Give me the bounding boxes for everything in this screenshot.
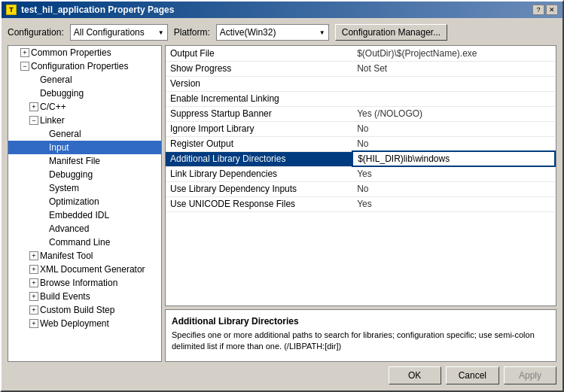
- title-bar: T test_hil_application Property Pages ? …: [2, 2, 562, 18]
- main-split: +Common Properties−Configuration Propert…: [8, 45, 556, 362]
- tree-item-build-events[interactable]: +Build Events: [8, 290, 161, 303]
- tree-item-label: Optimization: [49, 196, 99, 207]
- tree-item-label: Web Deployment: [40, 318, 109, 329]
- property-name: Register Output: [166, 136, 352, 151]
- title-buttons: ? ✕: [532, 5, 558, 15]
- tree-item-browse-info[interactable]: +Browse Information: [8, 276, 161, 290]
- tree-item-general[interactable]: General: [8, 73, 161, 87]
- tree-item-label: Common Properties: [31, 47, 111, 58]
- property-value: $(HIL_DIR)lib\windows: [352, 151, 555, 166]
- platform-label: Platform:: [174, 27, 210, 38]
- property-value: $(OutDir)\$(ProjectName).exe: [352, 46, 555, 61]
- window-icon: T: [6, 5, 17, 15]
- tree-item-xml-doc[interactable]: +XML Document Generator: [8, 263, 161, 276]
- tree-panel: +Common Properties−Configuration Propert…: [8, 45, 162, 362]
- property-row[interactable]: Suppress Startup BannerYes (/NOLOGO): [166, 106, 555, 121]
- properties-table: Output File$(OutDir)\$(ProjectName).exeS…: [165, 45, 556, 306]
- tree-item-label: Build Events: [40, 291, 90, 302]
- property-name: Suppress Startup Banner: [166, 106, 352, 121]
- property-pages-window: T test_hil_application Property Pages ? …: [0, 0, 564, 392]
- tree-item-linker-embedded[interactable]: Embedded IDL: [8, 208, 161, 222]
- tree-item-label: Configuration Properties: [31, 61, 128, 71]
- tree-item-linker[interactable]: −Linker: [8, 114, 161, 127]
- config-label: Configuration:: [8, 27, 64, 38]
- tree-item-linker-general[interactable]: General: [8, 127, 161, 141]
- tree-item-label: System: [49, 183, 79, 193]
- tree-item-common-props[interactable]: +Common Properties: [8, 46, 161, 59]
- property-value: [352, 76, 555, 91]
- chevron-down-icon: ▼: [158, 29, 164, 36]
- expand-icon[interactable]: +: [29, 265, 38, 274]
- property-name: Show Progress: [166, 61, 352, 76]
- platform-dropdown[interactable]: Active(Win32) ▼: [216, 24, 329, 41]
- configuration-dropdown[interactable]: All Configurations ▼: [70, 24, 168, 41]
- property-name: Output File: [166, 46, 352, 61]
- property-row[interactable]: Ignore Import LibraryNo: [166, 121, 555, 136]
- tree-item-label: Custom Build Step: [40, 305, 114, 315]
- tree-item-config-props[interactable]: −Configuration Properties: [8, 59, 161, 73]
- property-row[interactable]: Additional Library Directories$(HIL_DIR)…: [166, 151, 555, 166]
- platform-value: Active(Win32): [220, 27, 276, 38]
- property-value: Not Set: [352, 61, 555, 76]
- tree-item-label: Advanced: [49, 223, 89, 234]
- right-panel: Output File$(OutDir)\$(ProjectName).exeS…: [165, 45, 556, 362]
- cancel-button[interactable]: Cancel: [446, 366, 499, 384]
- expand-icon[interactable]: +: [20, 48, 29, 57]
- tree-item-manifest-tool[interactable]: +Manifest Tool: [8, 249, 161, 263]
- property-row[interactable]: Register OutputNo: [166, 136, 555, 151]
- tree-item-debugging[interactable]: Debugging: [8, 87, 161, 100]
- property-row[interactable]: Output File$(OutDir)\$(ProjectName).exe: [166, 46, 555, 61]
- tree-item-linker-opt[interactable]: Optimization: [8, 195, 161, 208]
- tree-item-label: Input: [49, 142, 69, 153]
- property-name: Link Library Dependencies: [166, 166, 352, 181]
- expand-icon[interactable]: +: [29, 319, 38, 328]
- property-value: [352, 91, 555, 106]
- tree-item-custom-build[interactable]: +Custom Build Step: [8, 303, 161, 317]
- expand-icon[interactable]: +: [29, 305, 38, 315]
- property-value: Yes (/NOLOGO): [352, 106, 555, 121]
- expand-icon[interactable]: +: [29, 292, 38, 301]
- close-button[interactable]: ✕: [546, 5, 558, 15]
- property-value: Yes: [352, 166, 555, 181]
- expand-icon[interactable]: +: [29, 278, 38, 287]
- tree-item-linker-cmdline[interactable]: Command Line: [8, 236, 161, 249]
- tree-item-linker-input[interactable]: Input: [8, 141, 161, 154]
- tree-item-label: C/C++: [40, 102, 66, 112]
- property-row[interactable]: Show ProgressNot Set: [166, 61, 555, 76]
- chevron-down-icon: ▼: [319, 29, 325, 36]
- property-name: Use UNICODE Response Files: [166, 196, 352, 211]
- tree-item-linker-system[interactable]: System: [8, 181, 161, 195]
- property-name: Additional Library Directories: [166, 151, 352, 166]
- tree-item-linker-advanced[interactable]: Advanced: [8, 222, 161, 236]
- property-row[interactable]: Link Library DependenciesYes: [166, 166, 555, 181]
- config-value: All Configurations: [74, 27, 145, 38]
- config-manager-button[interactable]: Configuration Manager...: [335, 24, 447, 41]
- tree-item-linker-debugging[interactable]: Debugging: [8, 168, 161, 181]
- property-value: No: [352, 181, 555, 196]
- tree-item-label: Manifest Tool: [40, 251, 93, 261]
- collapse-icon[interactable]: −: [20, 62, 29, 71]
- property-row[interactable]: Version: [166, 76, 555, 91]
- tree-item-label: General: [49, 129, 81, 139]
- tree-item-linker-manifest[interactable]: Manifest File: [8, 154, 161, 168]
- content-area: Configuration: All Configurations ▼ Plat…: [2, 18, 562, 390]
- tree-item-web-deploy[interactable]: +Web Deployment: [8, 317, 161, 330]
- expand-icon[interactable]: +: [29, 251, 38, 260]
- tree-item-cpp[interactable]: +C/C++: [8, 100, 161, 114]
- bottom-buttons: OK Cancel Apply: [8, 366, 556, 384]
- property-name: Enable Incremental Linking: [166, 91, 352, 106]
- collapse-icon[interactable]: −: [29, 116, 38, 125]
- property-row[interactable]: Use UNICODE Response FilesYes: [166, 196, 555, 211]
- expand-icon[interactable]: +: [29, 102, 38, 111]
- apply-button[interactable]: Apply: [504, 366, 556, 384]
- tree-item-label: Manifest File: [49, 156, 100, 166]
- property-value: No: [352, 121, 555, 136]
- property-value: No: [352, 136, 555, 151]
- property-name: Version: [166, 76, 352, 91]
- help-button[interactable]: ?: [532, 5, 544, 15]
- property-row[interactable]: Use Library Dependency InputsNo: [166, 181, 555, 196]
- window-title: test_hil_application Property Pages: [21, 5, 174, 15]
- property-row[interactable]: Enable Incremental Linking: [166, 91, 555, 106]
- title-bar-left: T test_hil_application Property Pages: [6, 5, 174, 15]
- ok-button[interactable]: OK: [389, 366, 441, 384]
